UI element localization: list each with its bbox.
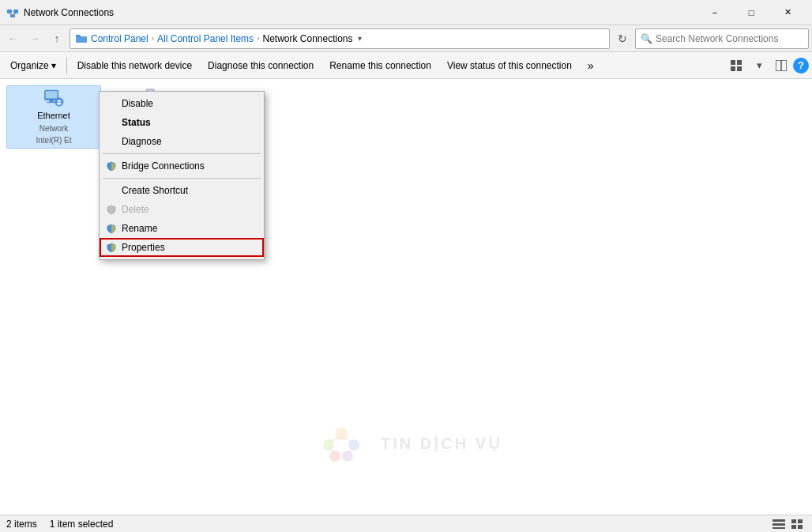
bridge-shield-icon [106, 160, 117, 172]
ctx-rename[interactable]: Rename [100, 219, 264, 238]
ctx-disable-label: Disable [122, 98, 153, 109]
items-count: 2 items [6, 519, 37, 530]
help-button[interactable]: ? [793, 58, 809, 74]
back-button[interactable]: ← [3, 29, 22, 48]
delete-shield-icon [106, 204, 117, 215]
organize-button[interactable]: Organize ▾ [3, 55, 63, 76]
properties-shield-icon [106, 242, 117, 253]
view-dropdown-button[interactable]: ▾ [749, 55, 769, 76]
toolbar: Organize ▾ Disable this network device D… [0, 52, 812, 79]
ctx-delete-label: Delete [122, 204, 149, 215]
organize-dropdown-icon: ▾ [51, 60, 56, 71]
selected-info: 1 item selected [50, 519, 114, 530]
ctx-separator-1 [103, 153, 261, 154]
svg-rect-45 [791, 519, 796, 523]
file-list: Ethernet Network Intel(R) Et Ethernet 2 … [0, 79, 812, 515]
folder-icon [75, 32, 88, 45]
ethernet-name: Ethernet [37, 110, 70, 121]
ctx-rename-label: Rename [122, 223, 157, 234]
ctx-diagnose[interactable]: Diagnose [100, 132, 264, 151]
rename-connection-button[interactable]: Rename this connection [322, 55, 438, 76]
svg-rect-46 [798, 519, 803, 523]
window-title: Network Connections [24, 7, 697, 18]
svg-rect-42 [773, 519, 785, 522]
view-status-button[interactable]: View status of this connection [440, 55, 579, 76]
ctx-disable[interactable]: Disable [100, 94, 264, 113]
diagnose-connection-button[interactable]: Diagnose this connection [201, 55, 321, 76]
breadcrumb-control-panel[interactable]: Control Panel [91, 33, 148, 44]
ctx-shortcut[interactable]: Create Shortcut [100, 181, 264, 200]
ctx-separator-2 [103, 178, 261, 179]
breadcrumb: Control Panel › All Control Panel Items … [70, 28, 610, 49]
ctx-diagnose-label: Diagnose [122, 136, 162, 147]
network-connections-icon [6, 6, 19, 19]
more-toolbar-button[interactable]: » [581, 55, 601, 76]
breadcrumb-all-items[interactable]: All Control Panel Items [157, 33, 254, 44]
title-bar: Network Connections − □ ✕ [0, 0, 812, 25]
ctx-properties-label: Properties [122, 242, 165, 253]
ctx-shortcut-label: Create Shortcut [122, 185, 188, 196]
status-bar: 2 items 1 item selected [0, 515, 812, 532]
svg-rect-1 [13, 9, 18, 13]
preview-pane-button[interactable] [771, 55, 791, 76]
ctx-status-label: Status [122, 117, 151, 128]
disable-network-button[interactable]: Disable this network device [70, 55, 199, 76]
close-button[interactable]: ✕ [769, 0, 806, 25]
status-view-controls [771, 517, 806, 531]
ctx-bridge[interactable]: Bridge Connections [100, 157, 264, 175]
svg-rect-14 [46, 91, 58, 98]
ctx-properties[interactable]: Properties [100, 238, 264, 257]
ctx-delete[interactable]: Delete [100, 200, 264, 219]
context-menu: Disable Status Diagnose Bridge Connectio… [99, 91, 265, 260]
maximize-button[interactable]: □ [733, 0, 769, 25]
ctx-bridge-label: Bridge Connections [122, 160, 205, 172]
address-bar: ← → ↑ Control Panel › All Control Panel … [0, 25, 812, 52]
svg-rect-8 [737, 60, 742, 65]
svg-rect-43 [773, 523, 785, 526]
breadcrumb-current: Network Connections [262, 33, 352, 44]
svg-rect-47 [791, 525, 796, 529]
ethernet-status: Network [39, 124, 69, 133]
svg-rect-0 [7, 9, 12, 13]
up-button[interactable]: ↑ [47, 29, 66, 48]
status-view-list-button[interactable] [771, 517, 787, 531]
ethernet-icon [35, 89, 73, 107]
network-item-ethernet[interactable]: Ethernet Network Intel(R) Et [6, 85, 101, 149]
search-box[interactable]: 🔍 [635, 28, 809, 49]
svg-rect-48 [798, 525, 803, 529]
svg-rect-6 [76, 36, 87, 43]
view-controls: ▾ ? [727, 55, 809, 76]
svg-rect-21 [57, 103, 58, 104]
forward-button[interactable]: → [25, 29, 44, 48]
svg-rect-22 [59, 103, 61, 104]
svg-rect-18 [58, 100, 60, 102]
watermark-logo-svg [310, 420, 373, 467]
status-view-detail-button[interactable] [790, 517, 806, 531]
breadcrumb-dropdown-icon[interactable]: ▾ [358, 34, 362, 43]
refresh-button[interactable]: ↻ [613, 29, 632, 48]
view-options-button[interactable] [727, 55, 747, 76]
search-input[interactable] [656, 33, 803, 44]
ctx-status[interactable]: Status [100, 113, 264, 132]
svg-rect-7 [731, 60, 735, 65]
watermark: TIN DỊCH VỤ [310, 420, 502, 467]
svg-rect-9 [731, 66, 735, 71]
toolbar-separator-1 [66, 58, 67, 74]
svg-rect-44 [773, 527, 785, 529]
window-controls: − □ ✕ [697, 0, 806, 25]
svg-rect-10 [737, 66, 742, 71]
rename-shield-icon [106, 223, 117, 234]
watermark-text: TIN DỊCH VỤ [381, 434, 502, 453]
search-icon: 🔍 [641, 33, 652, 44]
minimize-button[interactable]: − [697, 0, 733, 25]
ethernet-adapter: Intel(R) Et [36, 136, 71, 145]
svg-rect-15 [49, 100, 54, 102]
main-content: Ethernet Network Intel(R) Et Ethernet 2 … [0, 79, 812, 515]
